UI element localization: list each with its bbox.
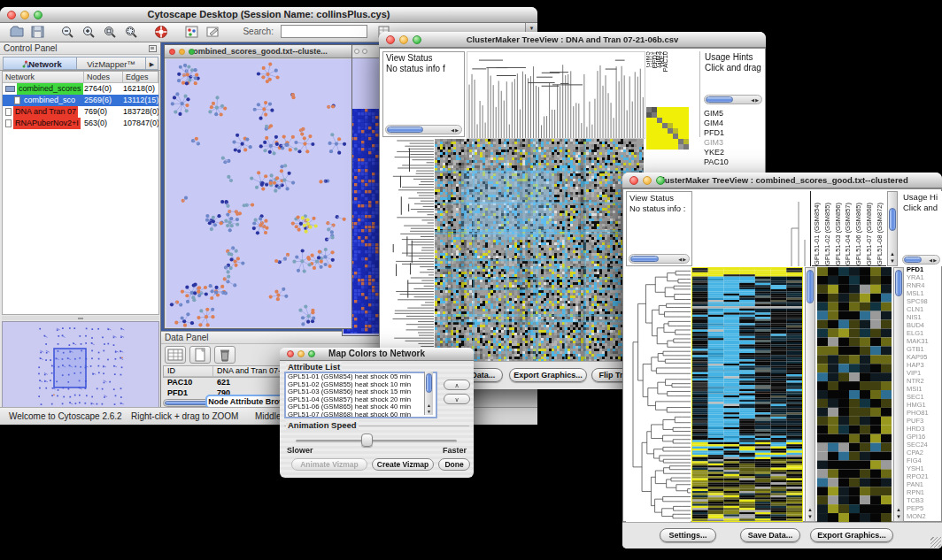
gene-label: PEP5 [907, 504, 942, 512]
hints-scrollbar[interactable] [902, 255, 940, 265]
minimize-button[interactable] [20, 11, 29, 19]
save-data-button[interactable]: Save Data... [740, 528, 800, 542]
global-heatmap[interactable] [691, 267, 803, 522]
column-dendrogram[interactable] [694, 191, 811, 266]
zoom-icon[interactable] [362, 49, 367, 54]
move-down-button[interactable]: ∨ [444, 394, 470, 404]
treeview-dna-titlebar[interactable]: ClusterMaker TreeView : DNA and Tran 07-… [379, 32, 766, 48]
open-file-icon[interactable] [9, 25, 25, 39]
gene-label: GTB1 [907, 345, 942, 353]
help-lifesaver-icon[interactable] [154, 25, 170, 39]
float-panel-icon[interactable] [149, 45, 157, 52]
network-frame-titlebar[interactable]: combined_scores_good.txt--cluste... [165, 45, 351, 58]
heatmap-scrollbar[interactable] [805, 267, 815, 522]
toolbar-group [154, 23, 175, 39]
tab-overflow-icon[interactable]: ▶ [146, 57, 158, 70]
speed-slider-track[interactable] [296, 440, 457, 442]
toolbar-group [60, 23, 145, 39]
zoom-button[interactable] [656, 176, 665, 185]
speed-slider-thumb[interactable] [361, 433, 373, 447]
usage-hints-panel: Usage Hints Click and drag to [702, 51, 764, 106]
minimize-icon[interactable] [179, 49, 185, 55]
dialog-titlebar[interactable]: Map Colors to Network [280, 348, 474, 361]
zoom-heatmap[interactable] [646, 107, 689, 150]
network-row[interactable]: combined_scores2764(0)16218(0) [3, 83, 158, 95]
close-button[interactable] [629, 176, 638, 185]
status-scrollbar[interactable] [385, 125, 462, 134]
animation-speed-label: Animation Speed [286, 420, 359, 430]
tab-vizmapper[interactable]: VizMapper™ [77, 57, 146, 70]
attribute-item[interactable]: GPL51-07 (GSM868) heat shock 60 min [286, 411, 436, 418]
close-button[interactable] [287, 350, 294, 357]
row-dendrogram[interactable] [626, 267, 691, 522]
labels-scrollbar[interactable] [887, 191, 898, 266]
network-table-header: NetworkNodesEdges [3, 72, 158, 83]
gene-label: MSI1 [907, 385, 942, 393]
treeview-combined-titlebar[interactable]: ClusterMaker TreeView : combined_scores_… [622, 173, 942, 188]
toolbar-group [9, 23, 51, 39]
zoom-out-icon[interactable] [60, 25, 76, 39]
resize-grip[interactable] [930, 537, 941, 548]
minimize-icon[interactable] [354, 49, 359, 54]
gene-label: NTR2 [907, 377, 942, 385]
minimize-button[interactable] [297, 350, 305, 357]
zoom-button[interactable] [413, 35, 421, 44]
tab-network[interactable]: Network [3, 57, 77, 70]
move-up-button[interactable]: ∧ [444, 380, 470, 390]
zoom-in-icon[interactable] [81, 25, 97, 39]
close-button[interactable] [7, 11, 16, 19]
close-icon[interactable] [169, 49, 175, 55]
zoom-fit-icon[interactable] [103, 25, 119, 39]
panel-splitter[interactable] [2, 316, 159, 320]
gene-label: YKE2 [704, 148, 764, 157]
column-header[interactable]: Nodes [84, 72, 123, 83]
network-canvas[interactable] [166, 59, 351, 327]
row-dendrogram[interactable] [382, 139, 434, 360]
export-graphics-button[interactable]: Export Graphics... [509, 368, 587, 382]
zoom-button[interactable] [308, 350, 315, 357]
done-button[interactable]: Done [438, 458, 470, 471]
create-vizmap-button[interactable]: Create Vizmap [372, 458, 434, 471]
attribute-list-scrollbar[interactable] [424, 372, 433, 415]
network-view-frame[interactable]: combined_scores_good.txt--cluste... [164, 44, 352, 329]
view-nodes-icon[interactable] [184, 25, 200, 39]
zoom-scrollbar[interactable] [893, 267, 904, 522]
minimize-button[interactable] [399, 35, 408, 44]
annotations-icon[interactable] [205, 25, 221, 39]
network-edges: 16218(0) [123, 83, 158, 95]
network-name-cell: combined_scores [3, 83, 84, 95]
network-overview-panel[interactable] [2, 321, 159, 410]
status-scrollbar[interactable] [629, 254, 690, 264]
new-attribute-button[interactable] [189, 346, 211, 364]
gene-label: BUD4 [907, 321, 942, 329]
column-header[interactable]: Edges [123, 72, 158, 83]
column-header[interactable]: ID [164, 366, 213, 377]
column-dendrogram[interactable] [467, 51, 645, 139]
attribute-table-button[interactable] [165, 346, 186, 364]
zoom-button[interactable] [34, 11, 42, 19]
animate-vizmap-button[interactable]: Animate Vizmap [291, 458, 367, 471]
export-graphics-button[interactable]: Export Graphics... [810, 528, 893, 542]
heatmap-selection[interactable] [461, 171, 554, 240]
network-row[interactable]: combined_sco2569(6)13112(15) [3, 95, 158, 106]
attribute-list[interactable]: GPL51-01 (GSM854) heat shock 05 minGPL51… [284, 372, 437, 418]
settings-button[interactable]: Settings... [660, 528, 716, 542]
minimize-button[interactable] [643, 176, 652, 185]
column-header[interactable]: Network [3, 72, 84, 83]
network-row[interactable]: DNA and Tran 07769(0)183728(0) [3, 106, 158, 118]
hints-scrollbar[interactable] [704, 95, 762, 104]
screen: Cytoscape Desktop (Session Name: collins… [0, 0, 942, 560]
search-input[interactable]: ▼ [281, 25, 367, 38]
gene-label: PFD1 [704, 128, 764, 138]
zoom-selected-icon[interactable] [124, 25, 140, 39]
zoom-icon[interactable] [189, 49, 195, 55]
gene-label: FIG4 [907, 456, 942, 464]
network-row[interactable]: RNAPuberNov2+I563(0)107847(0) [3, 118, 158, 129]
slower-label: Slower [287, 446, 313, 455]
delete-attribute-button[interactable] [214, 346, 236, 364]
close-button[interactable] [386, 35, 395, 44]
zoom-heatmap[interactable] [817, 267, 892, 522]
main-titlebar[interactable]: Cytoscape Desktop (Session Name: collins… [0, 7, 537, 23]
save-icon[interactable] [30, 25, 46, 39]
faster-label: Faster [443, 446, 467, 455]
